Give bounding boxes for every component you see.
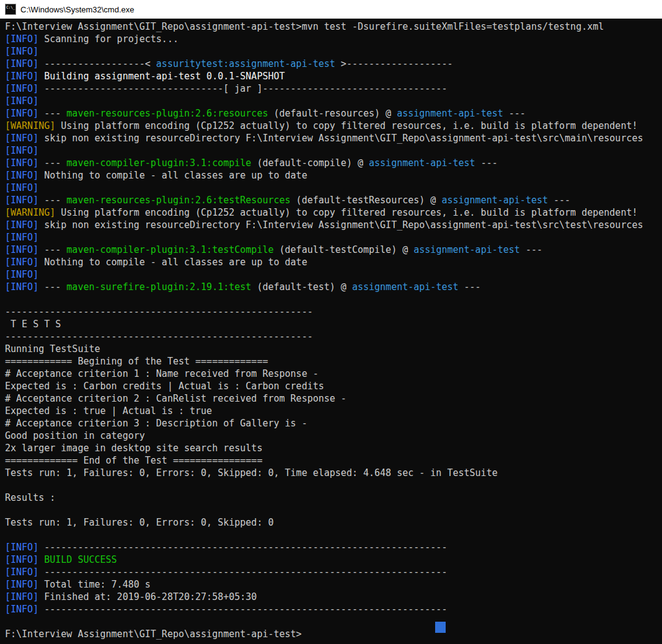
terminal-text-segment: ----------------------------------------… bbox=[5, 331, 313, 342]
terminal-text-segment: [INFO] bbox=[5, 157, 38, 169]
taskbar-peek-artifact bbox=[435, 622, 446, 633]
terminal-text-segment: [INFO] bbox=[5, 145, 38, 156]
terminal-line: [INFO] ------------------< assuritytest:… bbox=[5, 58, 662, 70]
terminal-text-segment: Nothing to compile - all classes are up … bbox=[38, 257, 307, 268]
terminal-text-segment: skip non existing resourceDirectory F:\I… bbox=[38, 219, 643, 231]
terminal-line: Good position in category bbox=[5, 430, 662, 442]
terminal-text-segment bbox=[38, 71, 44, 82]
terminal-line: [INFO] bbox=[5, 182, 662, 194]
terminal-text-segment: --- bbox=[38, 281, 66, 293]
terminal-text-segment: [INFO] bbox=[5, 58, 38, 69]
terminal-text-segment: Using platform encoding (Cp1252 actually… bbox=[55, 207, 637, 218]
terminal-text-segment: maven-resources-plugin:2.6:testResources bbox=[66, 195, 290, 206]
terminal-text-segment: 2x larger image in desktop site search r… bbox=[5, 443, 262, 454]
titlebar[interactable]: C:\Windows\System32\cmd.exe bbox=[0, 0, 662, 19]
terminal-text-segment: --- bbox=[459, 281, 481, 293]
terminal-text-segment: [INFO] bbox=[5, 542, 38, 553]
terminal-line: Expected is : true | Actual is : true bbox=[5, 405, 662, 417]
terminal-text-segment: [INFO] bbox=[5, 195, 38, 206]
terminal-text-segment: ============= End of the Test ==========… bbox=[5, 455, 262, 466]
terminal-line bbox=[5, 615, 662, 628]
terminal-text-segment: maven-surefire-plugin:2.19.1:test bbox=[66, 281, 251, 293]
terminal-line bbox=[5, 293, 662, 306]
terminal-text-segment: --- bbox=[475, 157, 498, 169]
terminal-line: [INFO] Total time: 7.480 s bbox=[5, 578, 662, 591]
terminal-text-segment: [INFO] bbox=[5, 33, 38, 45]
terminal-text-segment: [INFO] bbox=[5, 604, 38, 615]
terminal-line: ----------------------------------------… bbox=[5, 306, 662, 318]
terminal-line: 2x larger image in desktop site search r… bbox=[5, 442, 662, 454]
terminal-text-segment: --- bbox=[548, 195, 570, 206]
terminal-line: # Acceptance criterion 1 : Name received… bbox=[5, 368, 662, 380]
terminal-line: Running TestSuite bbox=[5, 343, 662, 355]
terminal-text-segment: [INFO] bbox=[5, 182, 38, 193]
terminal-text-segment: --- bbox=[38, 157, 66, 169]
terminal-text-segment: Total time: 7.480 s bbox=[38, 579, 151, 590]
terminal-text-segment: ------------------< bbox=[38, 58, 156, 69]
terminal-text-segment: Tests run: 1, Failures: 0, Errors: 0, Sk… bbox=[5, 467, 498, 479]
terminal-text-segment: assignment-api-test bbox=[369, 157, 475, 169]
terminal-text-segment: ----------------------------------------… bbox=[38, 542, 447, 553]
terminal-line: T E S T S bbox=[5, 318, 662, 330]
terminal-line: [INFO] bbox=[5, 95, 662, 107]
terminal-text-segment: Results : bbox=[5, 492, 55, 503]
terminal-line: [INFO] --- maven-compiler-plugin:3.1:tes… bbox=[5, 244, 662, 256]
terminal-text-segment: Tests run: 1, Failures: 0, Errors: 0, Sk… bbox=[5, 517, 273, 528]
terminal-line: [INFO] --- maven-compiler-plugin:3.1:com… bbox=[5, 157, 662, 169]
terminal-text-segment: [INFO] bbox=[5, 244, 38, 255]
terminal-text-segment: ----------------------------------------… bbox=[5, 306, 313, 317]
terminal-text-segment: [INFO] bbox=[5, 579, 38, 590]
terminal-text-segment: ----------------------------------------… bbox=[38, 567, 447, 578]
terminal-text-segment: T E S T S bbox=[5, 319, 61, 330]
terminal-text-segment: --------------------------------[ jar ]-… bbox=[38, 83, 447, 94]
terminal-text-segment: (default-resources) @ bbox=[268, 108, 397, 119]
terminal-text-segment: --- bbox=[520, 244, 542, 255]
terminal-text-segment: [INFO] bbox=[5, 591, 38, 602]
terminal-line: [INFO] Scanning for projects... bbox=[5, 33, 662, 45]
terminal-output[interactable]: F:\Interview Assignment\GIT_Repo\assignm… bbox=[0, 19, 662, 640]
terminal-text-segment: # Acceptance criterion 2 : CanRelist rec… bbox=[5, 393, 346, 404]
terminal-line: [INFO] Nothing to compile - all classes … bbox=[5, 256, 662, 268]
terminal-line: [INFO] bbox=[5, 268, 662, 281]
terminal-line: # Acceptance criterion 2 : CanRelist rec… bbox=[5, 392, 662, 405]
terminal-text-segment: maven-compiler-plugin:3.1:testCompile bbox=[66, 244, 273, 255]
terminal-text-segment: assignment-api-test bbox=[413, 244, 520, 255]
terminal-text-segment: # Acceptance criterion 1 : Name received… bbox=[5, 368, 319, 379]
terminal-text-segment: F:\Interview Assignment\GIT_Repo\assignm… bbox=[5, 21, 604, 32]
terminal-text-segment: [INFO] bbox=[5, 46, 38, 57]
terminal-line: # Acceptance criterion 3 : Description o… bbox=[5, 417, 662, 430]
terminal-text-segment: --- bbox=[503, 108, 526, 119]
terminal-line: [INFO] Nothing to compile - all classes … bbox=[5, 169, 662, 182]
terminal-line bbox=[5, 529, 662, 541]
terminal-text-segment: [INFO] bbox=[5, 71, 38, 82]
terminal-text-segment: ============ Begining of the Test ======… bbox=[5, 356, 268, 367]
terminal-line: [INFO] skip non existing resourceDirecto… bbox=[5, 219, 662, 231]
terminal-line: ----------------------------------------… bbox=[5, 330, 662, 343]
terminal-text-segment: F:\Interview Assignment\GIT_Repo\assignm… bbox=[5, 629, 302, 640]
cmd-icon[interactable] bbox=[5, 4, 16, 15]
terminal-text-segment: maven-resources-plugin:2.6:resources bbox=[66, 108, 268, 119]
terminal-line: F:\Interview Assignment\GIT_Repo\assignm… bbox=[5, 628, 662, 640]
terminal-text-segment: BUILD SUCCESS bbox=[44, 554, 117, 565]
terminal-text-segment: [INFO] bbox=[5, 133, 38, 144]
terminal-text-segment: --- bbox=[38, 108, 66, 119]
terminal-text-segment: [INFO] bbox=[5, 232, 38, 243]
terminal-text-segment: [WARNING] bbox=[5, 207, 55, 218]
terminal-line: [WARNING] Using platform encoding (Cp125… bbox=[5, 206, 662, 219]
terminal-text-segment: [INFO] bbox=[5, 170, 38, 181]
terminal-line: [INFO] ---------------------------------… bbox=[5, 541, 662, 554]
terminal-line: ============ Begining of the Test ======… bbox=[5, 355, 662, 368]
window-title: C:\Windows\System32\cmd.exe bbox=[20, 5, 135, 14]
terminal-text-segment: Expected is : Carbon credits | Actual is… bbox=[5, 381, 324, 392]
terminal-text-segment: # Acceptance criterion 3 : Description o… bbox=[5, 418, 307, 429]
terminal-line: [INFO] bbox=[5, 231, 662, 244]
terminal-text-segment: skip non existing resourceDirectory F:\I… bbox=[38, 133, 643, 144]
terminal-line: Tests run: 1, Failures: 0, Errors: 0, Sk… bbox=[5, 467, 662, 479]
terminal-text-segment: [INFO] bbox=[5, 95, 38, 107]
terminal-text-segment: [INFO] bbox=[5, 108, 38, 119]
terminal-text-segment: (default-compile) @ bbox=[251, 157, 369, 169]
terminal-line: [INFO] BUILD SUCCESS bbox=[5, 554, 662, 566]
terminal-text-segment: [INFO] bbox=[5, 83, 38, 94]
terminal-line: [INFO] --------------------------------[… bbox=[5, 82, 662, 95]
terminal-text-segment: Scanning for projects... bbox=[38, 33, 179, 45]
